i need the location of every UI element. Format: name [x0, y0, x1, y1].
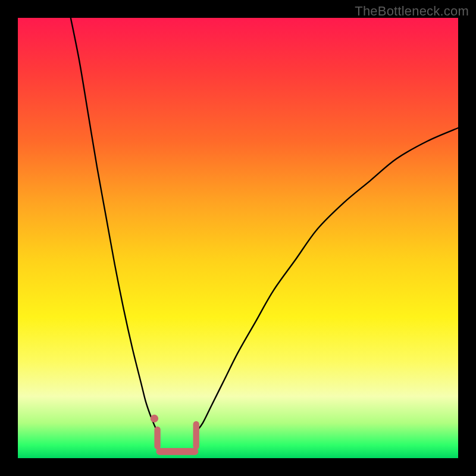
curve-group — [71, 18, 458, 432]
floor-band-seg-1 — [156, 448, 198, 455]
chart-area — [18, 18, 458, 458]
chart-svg — [18, 18, 458, 458]
watermark-text: TheBottleneck.com — [355, 4, 469, 19]
curve-right-curve — [196, 128, 458, 432]
floor-band-group — [151, 415, 199, 455]
floor-band-dot — [151, 415, 158, 422]
floor-band-seg-0 — [154, 427, 160, 449]
curve-left-curve — [71, 18, 158, 432]
floor-band-seg-2 — [193, 421, 199, 449]
